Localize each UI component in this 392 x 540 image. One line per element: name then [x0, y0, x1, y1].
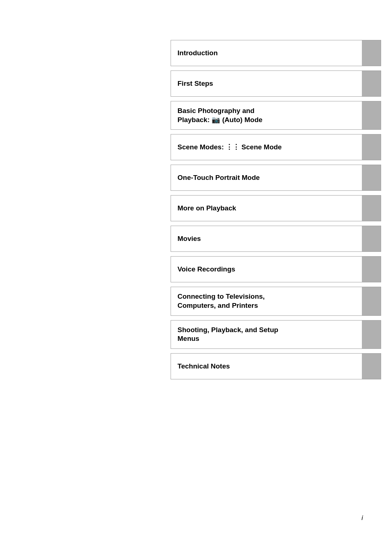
toc-label-scene-modes: Scene Modes: ⋮⋮ Scene Mode: [177, 143, 282, 152]
toc-label-one-touch-portrait: One-Touch Portrait Mode: [177, 173, 260, 182]
toc-tab-shooting-playback-setup: [362, 321, 381, 348]
toc-tab-one-touch-portrait: [362, 165, 381, 190]
page-number: i: [362, 514, 363, 522]
toc-item-connecting[interactable]: Connecting to Televisions,Computers, and…: [171, 287, 381, 315]
toc-item-text-one-touch-portrait: One-Touch Portrait Mode: [171, 165, 362, 190]
toc-item-text-more-on-playback: More on Playback: [171, 196, 362, 221]
toc-label-basic-photography: Basic Photography andPlayback: 📷 (Auto) …: [177, 106, 262, 124]
toc-label-first-steps: First Steps: [177, 79, 213, 88]
toc-item-text-scene-modes: Scene Modes: ⋮⋮ Scene Mode: [171, 134, 362, 160]
toc-item-basic-photography[interactable]: Basic Photography andPlayback: 📷 (Auto) …: [171, 101, 381, 130]
toc-item-voice-recordings[interactable]: Voice Recordings: [171, 256, 381, 282]
toc-label-shooting-playback-setup: Shooting, Playback, and SetupMenus: [177, 326, 278, 343]
toc-item-text-connecting: Connecting to Televisions,Computers, and…: [171, 287, 362, 315]
toc-item-text-technical-notes: Technical Notes: [171, 354, 362, 379]
toc-tab-movies: [362, 226, 381, 251]
toc-label-technical-notes: Technical Notes: [177, 362, 230, 371]
toc-item-first-steps[interactable]: First Steps: [171, 70, 381, 97]
toc-item-shooting-playback-setup[interactable]: Shooting, Playback, and SetupMenus: [171, 320, 381, 349]
toc-item-text-movies: Movies: [171, 226, 362, 251]
toc-item-scene-modes[interactable]: Scene Modes: ⋮⋮ Scene Mode: [171, 134, 381, 160]
toc-label-voice-recordings: Voice Recordings: [177, 265, 235, 274]
toc-tab-voice-recordings: [362, 257, 381, 282]
toc-tab-technical-notes: [362, 354, 381, 379]
toc-item-text-first-steps: First Steps: [171, 71, 362, 96]
toc-item-one-touch-portrait[interactable]: One-Touch Portrait Mode: [171, 165, 381, 191]
toc-container: Introduction First Steps Basic Photograp…: [171, 40, 381, 379]
scene-mode-icon: ⋮⋮: [226, 143, 240, 152]
toc-tab-introduction: [362, 40, 381, 66]
camera-icon: 📷: [212, 116, 220, 125]
toc-item-text-shooting-playback-setup: Shooting, Playback, and SetupMenus: [171, 321, 362, 348]
toc-tab-more-on-playback: [362, 196, 381, 221]
toc-label-more-on-playback: More on Playback: [177, 204, 236, 213]
toc-tab-connecting: [362, 287, 381, 315]
toc-label-connecting: Connecting to Televisions,Computers, and…: [177, 292, 265, 310]
toc-item-text-voice-recordings: Voice Recordings: [171, 257, 362, 282]
toc-item-technical-notes[interactable]: Technical Notes: [171, 353, 381, 379]
toc-item-text-introduction: Introduction: [171, 40, 362, 66]
toc-label-introduction: Introduction: [177, 49, 218, 58]
toc-tab-scene-modes: [362, 134, 381, 160]
toc-item-movies[interactable]: Movies: [171, 226, 381, 252]
toc-item-text-basic-photography: Basic Photography andPlayback: 📷 (Auto) …: [171, 101, 362, 129]
toc-tab-first-steps: [362, 71, 381, 96]
toc-item-more-on-playback[interactable]: More on Playback: [171, 195, 381, 221]
toc-tab-basic-photography: [362, 101, 381, 129]
toc-label-movies: Movies: [177, 234, 201, 243]
toc-item-introduction[interactable]: Introduction: [171, 40, 381, 66]
